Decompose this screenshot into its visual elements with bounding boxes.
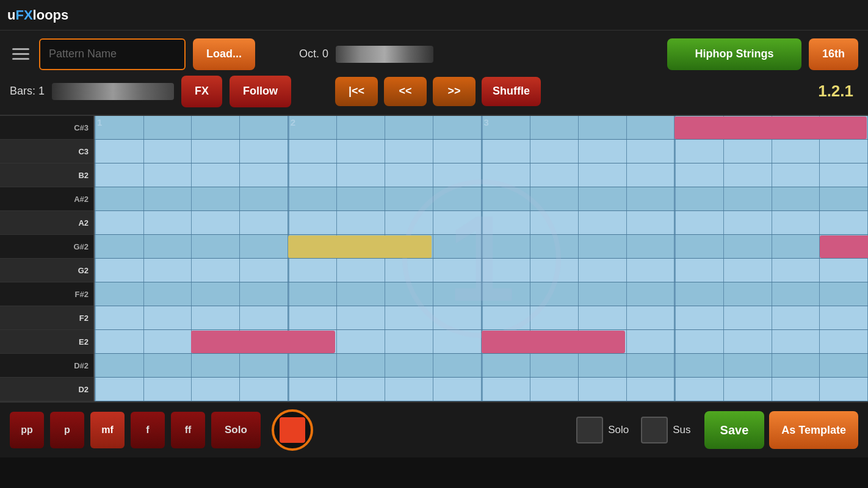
grid-cell-7-1[interactable] (144, 282, 192, 306)
grid-cell-0-4[interactable] (288, 116, 338, 139)
grid-row-4[interactable] (95, 211, 868, 235)
nav-next-button[interactable]: >> (433, 77, 476, 106)
grid-cell-10-1[interactable] (144, 354, 192, 377)
grid-cell-10-3[interactable] (240, 354, 288, 377)
grid-cell-11-2[interactable] (192, 378, 240, 401)
grid-cell-7-9[interactable] (530, 282, 579, 306)
grid-cell-6-6[interactable] (385, 259, 433, 282)
grid-cell-8-13[interactable] (724, 306, 772, 329)
grid-cell-5-0[interactable] (95, 235, 144, 258)
grid-cell-10-2[interactable] (192, 354, 240, 377)
piano-key-E2[interactable]: E2 (0, 330, 93, 354)
grid-cell-11-13[interactable] (724, 378, 772, 401)
grid-cell-1-4[interactable] (288, 140, 338, 163)
save-button[interactable]: Save (704, 411, 765, 449)
grid-cell-0-2[interactable] (192, 116, 240, 139)
grid-cell-1-3[interactable] (240, 140, 288, 163)
grid-cell-10-8[interactable] (482, 354, 531, 377)
grid-cell-11-3[interactable] (240, 378, 288, 401)
sus-checkbox[interactable] (641, 417, 668, 443)
grid-cell-6-4[interactable] (288, 259, 338, 282)
grid-cell-1-14[interactable] (772, 140, 820, 163)
grid-cell-4-15[interactable] (820, 211, 868, 234)
grid-cell-6-15[interactable] (820, 259, 868, 282)
grid-cell-2-9[interactable] (530, 163, 579, 187)
grid-cell-6-3[interactable] (240, 259, 288, 282)
grid-cell-6-5[interactable] (337, 259, 385, 282)
grid-cell-8-3[interactable] (240, 306, 288, 329)
grid-cell-9-13[interactable] (724, 330, 772, 353)
solo-button[interactable]: Solo (211, 412, 261, 448)
grid-cell-8-15[interactable] (820, 306, 868, 329)
note-block[interactable] (675, 117, 867, 139)
grid-cell-7-3[interactable] (240, 282, 288, 306)
grid-row-6[interactable] (95, 259, 868, 282)
shuffle-button[interactable]: Shuffle (482, 77, 541, 106)
grid-cell-11-6[interactable] (385, 378, 433, 401)
grid-cell-10-10[interactable] (579, 354, 627, 377)
piano-key-C3[interactable]: C3 (0, 140, 93, 163)
grid-cell-2-13[interactable] (724, 163, 772, 187)
grid-row-3[interactable] (95, 187, 868, 211)
grid-cell-10-15[interactable] (820, 354, 868, 377)
grid-cell-5-3[interactable] (240, 235, 288, 258)
grid-row-2[interactable] (95, 163, 868, 187)
grid-cell-3-4[interactable] (288, 187, 338, 210)
grid-area[interactable]: 1234 1 (95, 116, 868, 401)
piano-key-A2[interactable]: A2 (0, 211, 93, 235)
grid-cell-7-10[interactable] (579, 282, 627, 306)
grid-cell-7-8[interactable] (482, 282, 531, 306)
grid-cell-7-15[interactable] (820, 282, 868, 306)
grid-cell-5-2[interactable] (192, 235, 240, 258)
grid-cell-4-0[interactable] (95, 211, 144, 234)
grid-row-1[interactable] (95, 140, 868, 163)
grid-cell-11-9[interactable] (530, 378, 579, 401)
grid-cell-8-6[interactable] (385, 306, 433, 329)
grid-cell-11-14[interactable] (772, 378, 820, 401)
grid-cell-4-1[interactable] (144, 211, 192, 234)
grid-cell-1-12[interactable] (675, 140, 724, 163)
grid-cell-9-12[interactable] (675, 330, 724, 353)
grid-cell-8-10[interactable] (579, 306, 627, 329)
grid-cell-5-11[interactable] (627, 235, 675, 258)
grid-cell-1-11[interactable] (627, 140, 675, 163)
grid-cell-1-6[interactable] (385, 140, 433, 163)
note-block[interactable] (288, 235, 432, 258)
grid-cell-10-13[interactable] (724, 354, 772, 377)
grid-cell-11-8[interactable] (482, 378, 531, 401)
grid-cell-2-12[interactable] (675, 163, 724, 187)
grid-cell-11-15[interactable] (820, 378, 868, 401)
grid-row-10[interactable] (95, 354, 868, 378)
grid-cell-1-1[interactable] (144, 140, 192, 163)
grid-cell-10-14[interactable] (772, 354, 820, 377)
grid-cell-3-7[interactable] (433, 187, 482, 210)
grid-cell-11-0[interactable] (95, 378, 144, 401)
grid-cell-3-5[interactable] (337, 187, 385, 210)
grid-cell-5-9[interactable] (530, 235, 579, 258)
grid-cell-8-7[interactable] (433, 306, 482, 329)
as-template-button[interactable]: As Template (769, 411, 858, 449)
note-block[interactable] (482, 331, 626, 353)
grid-cell-5-1[interactable] (144, 235, 192, 258)
grid-cell-5-7[interactable] (433, 235, 482, 258)
grid-cell-7-0[interactable] (95, 282, 144, 306)
grid-cell-2-11[interactable] (627, 163, 675, 187)
grid-cell-3-11[interactable] (627, 187, 675, 210)
grid-cell-4-6[interactable] (385, 211, 433, 234)
grid-cell-8-5[interactable] (337, 306, 385, 329)
grid-cell-0-8[interactable] (482, 116, 531, 139)
grid-cell-3-15[interactable] (820, 187, 868, 210)
grid-cell-4-9[interactable] (530, 211, 579, 234)
grid-cell-2-0[interactable] (95, 163, 144, 187)
grid-cell-0-9[interactable] (530, 116, 579, 139)
grid-cell-2-5[interactable] (337, 163, 385, 187)
grid-cell-1-5[interactable] (337, 140, 385, 163)
grid-cell-9-14[interactable] (772, 330, 820, 353)
piano-key-F2[interactable]: F2 (0, 306, 93, 330)
grid-cell-8-4[interactable] (288, 306, 338, 329)
grid-cell-4-14[interactable] (772, 211, 820, 234)
grid-cell-4-13[interactable] (724, 211, 772, 234)
grid-cell-2-10[interactable] (579, 163, 627, 187)
grid-cell-5-13[interactable] (724, 235, 772, 258)
grid-cell-9-6[interactable] (385, 330, 433, 353)
